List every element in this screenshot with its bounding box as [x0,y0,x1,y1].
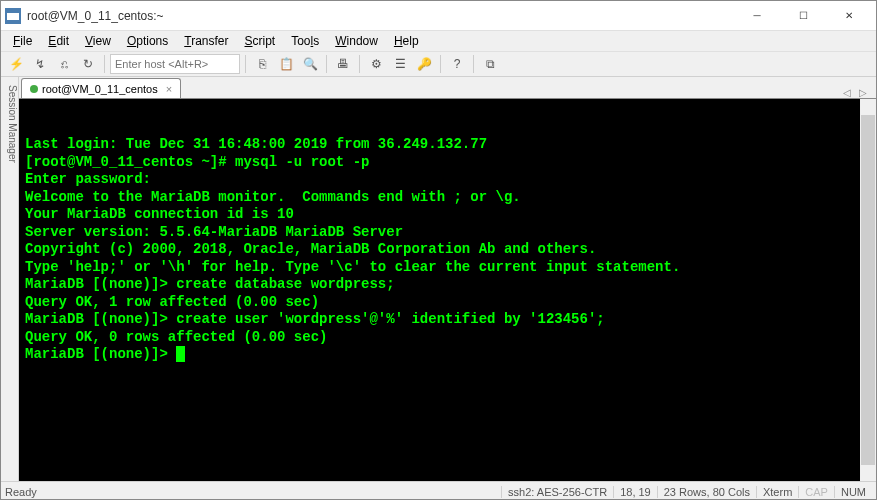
terminal-line: Welcome to the MariaDB monitor. Commands… [25,189,870,207]
terminal-line: Query OK, 1 row affected (0.00 sec) [25,294,870,312]
terminal[interactable]: Last login: Tue Dec 31 16:48:00 2019 fro… [19,99,876,481]
status-num: NUM [834,486,872,498]
terminal-line: MariaDB [(none)]> create user 'wordpress… [25,311,870,329]
svg-rect-2 [7,10,19,13]
menu-tools[interactable]: Tools [283,32,327,50]
terminal-line: Query OK, 0 rows affected (0.00 sec) [25,329,870,347]
status-size: 23 Rows, 80 Cols [657,486,756,498]
new-session-icon[interactable]: ⧉ [479,53,501,75]
quick-connect-icon[interactable]: ↯ [29,53,51,75]
settings-icon[interactable]: ⚙ [365,53,387,75]
menu-transfer[interactable]: Transfer [176,32,236,50]
app-icon [5,8,21,24]
status-position: 18, 19 [613,486,657,498]
terminal-line: Your MariaDB connection id is 10 [25,206,870,224]
copy-icon[interactable]: ⎘ [251,53,273,75]
menu-script[interactable]: Script [237,32,284,50]
tab-next-icon[interactable]: ▷ [856,87,870,98]
status-ready: Ready [5,486,501,498]
help-icon[interactable]: ? [446,53,468,75]
minimize-button[interactable]: ─ [734,1,780,31]
separator [326,55,327,73]
session-tab[interactable]: root@VM_0_11_centos × [21,78,181,98]
menu-file[interactable]: File [5,32,40,50]
reconnect-icon[interactable]: ↻ [77,53,99,75]
session-options-icon[interactable]: ☰ [389,53,411,75]
terminal-line: Server version: 5.5.64-MariaDB MariaDB S… [25,224,870,242]
print-icon[interactable]: 🖶 [332,53,354,75]
terminal-line: [root@VM_0_11_centos ~]# mysql -u root -… [25,154,870,172]
separator [473,55,474,73]
menu-edit[interactable]: Edit [40,32,77,50]
host-input[interactable] [110,54,240,74]
menubar: File Edit View Options Transfer Script T… [1,31,876,51]
statusbar: Ready ssh2: AES-256-CTR 18, 19 23 Rows, … [1,481,876,500]
status-term: Xterm [756,486,798,498]
menu-help[interactable]: Help [386,32,427,50]
tab-close-icon[interactable]: × [166,83,172,95]
menu-view[interactable]: View [77,32,119,50]
terminal-line: Last login: Tue Dec 31 16:48:00 2019 fro… [25,136,870,154]
tabbar: root@VM_0_11_centos × ◁ ▷ [19,77,876,99]
window-title: root@VM_0_11_centos:~ [27,9,734,23]
separator [104,55,105,73]
separator [359,55,360,73]
titlebar: root@VM_0_11_centos:~ ─ ☐ ✕ [1,1,876,31]
terminal-line: Copyright (c) 2000, 2018, Oracle, MariaD… [25,241,870,259]
tab-prev-icon[interactable]: ◁ [840,87,854,98]
close-button[interactable]: ✕ [826,1,872,31]
paste-icon[interactable]: 📋 [275,53,297,75]
find-icon[interactable]: 🔍 [299,53,321,75]
cursor [176,346,185,362]
maximize-button[interactable]: ☐ [780,1,826,31]
disconnect-icon[interactable]: ⎌ [53,53,75,75]
scrollbar[interactable] [860,99,876,481]
key-icon[interactable]: 🔑 [413,53,435,75]
terminal-line: Type 'help;' or '\h' for help. Type '\c'… [25,259,870,277]
connect-icon[interactable]: ⚡ [5,53,27,75]
terminal-line: Enter password: [25,171,870,189]
menu-window[interactable]: Window [327,32,386,50]
separator [440,55,441,73]
terminal-line: MariaDB [(none)]> create database wordpr… [25,276,870,294]
terminal-line: MariaDB [(none)]> [25,346,870,364]
session-manager-panel[interactable]: Session Manager [1,77,19,481]
toolbar: ⚡ ↯ ⎌ ↻ ⎘ 📋 🔍 🖶 ⚙ ☰ 🔑 ? ⧉ [1,51,876,77]
separator [245,55,246,73]
status-cipher: ssh2: AES-256-CTR [501,486,613,498]
scrollbar-thumb[interactable] [861,115,875,465]
connected-indicator-icon [30,85,38,93]
menu-options[interactable]: Options [119,32,176,50]
status-caps: CAP [798,486,834,498]
tab-label: root@VM_0_11_centos [42,83,158,95]
